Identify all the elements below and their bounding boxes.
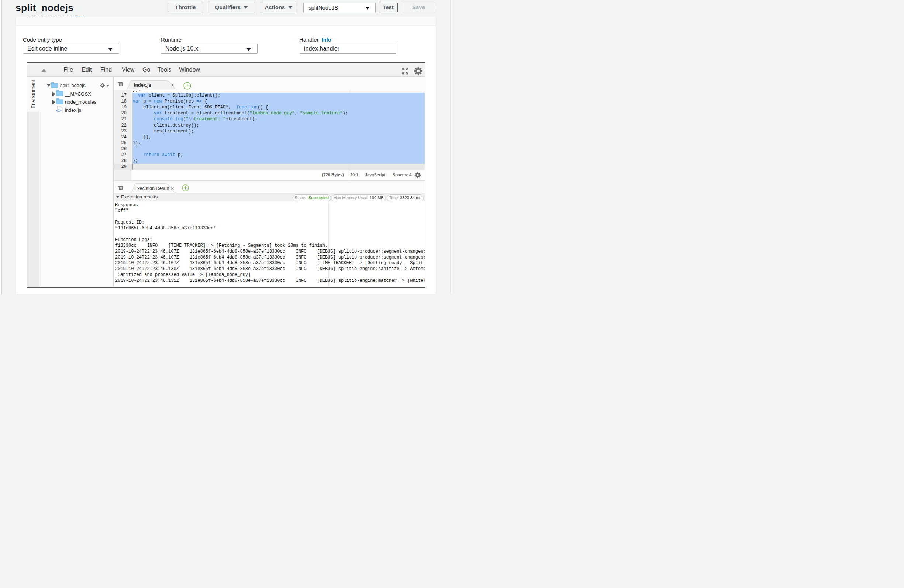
svg-text:<>: <> (57, 108, 61, 113)
